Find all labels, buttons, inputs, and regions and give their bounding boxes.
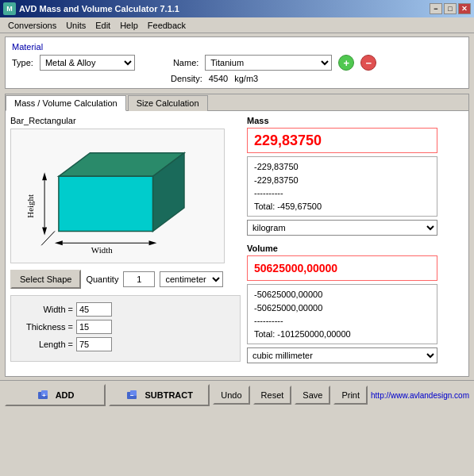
undo-button[interactable]: Undo — [213, 386, 249, 405]
shape-diagram: Width Height — [10, 129, 225, 263]
reset-button[interactable]: Reset — [253, 386, 292, 405]
subtract-button[interactable]: − SUBTRACT — [109, 384, 210, 406]
maximize-button[interactable]: □ — [444, 3, 457, 14]
quantity-label: Quantity — [86, 274, 118, 284]
title-bar: M AVD Mass and Volume Calculator 7.1.1 −… — [0, 0, 474, 17]
svg-marker-5 — [149, 240, 157, 245]
width-row: Width = — [17, 302, 233, 317]
mass-separator: ---------- — [254, 186, 430, 200]
add-button[interactable]: + ADD — [5, 384, 106, 406]
quantity-row: Select Shape Quantity centimeter millime… — [10, 270, 241, 289]
volume-section: Volume 50625000,00000 -50625000,00000 -5… — [247, 244, 464, 363]
window-title: AVD Mass and Volume Calculator 7.1.1 — [19, 4, 179, 13]
material-label: Material — [12, 42, 462, 52]
menu-help[interactable]: Help — [115, 20, 143, 31]
menu-conversions[interactable]: Conversions — [3, 20, 61, 31]
volume-details: -50625000,00000 -50625000,00000 --------… — [247, 284, 437, 344]
length-label: Length = — [17, 340, 73, 349]
title-bar-text: M AVD Mass and Volume Calculator 7.1.1 — [3, 2, 179, 15]
add-label: ADD — [56, 390, 75, 400]
mass-section: Mass 229,83750 -229,83750 -229,83750 ---… — [247, 116, 464, 236]
width-label: Width = — [17, 305, 73, 314]
volume-result2: -50625000,00000 — [254, 301, 430, 315]
type-label: Type: — [12, 58, 33, 67]
thickness-label: Thickness = — [17, 322, 73, 332]
add-material-button[interactable]: + — [338, 55, 354, 71]
density-unit: kg/m3 — [234, 74, 258, 83]
close-button[interactable]: ✕ — [458, 3, 471, 14]
material-section: Material Type: Metal & Alloy Plastic Woo… — [5, 36, 469, 89]
subtract-label: SUBTRACT — [145, 390, 193, 400]
length-row: Length = — [17, 337, 233, 351]
svg-marker-4 — [55, 240, 63, 245]
mass-total: Total: -459,67500 — [254, 200, 430, 213]
menubar: Conversions Units Edit Help Feedback — [0, 17, 474, 33]
density-label: Density: — [171, 74, 202, 83]
name-select[interactable]: Titanium Aluminum Steel Copper — [205, 55, 332, 71]
title-controls: − □ ✕ — [430, 3, 471, 14]
remove-material-button[interactable]: − — [360, 55, 376, 71]
app-icon: M — [3, 2, 16, 15]
svg-text:−: − — [130, 392, 134, 399]
dimensions-section: Width = Thickness = Length = — [10, 295, 241, 362]
mass-display: 229,83750 — [247, 128, 437, 153]
thickness-input[interactable] — [76, 320, 112, 334]
volume-title: Volume — [247, 244, 464, 253]
name-label: Name: — [173, 58, 198, 67]
add-icon: + — [37, 389, 52, 401]
menu-edit[interactable]: Edit — [91, 20, 115, 31]
minimize-button[interactable]: − — [430, 3, 442, 14]
save-button[interactable]: Save — [295, 386, 330, 405]
density-row: Density: 4540 kg/m3 — [12, 74, 462, 83]
svg-marker-8 — [42, 172, 47, 180]
volume-separator: ---------- — [254, 314, 430, 328]
mass-unit-select[interactable]: kilogram gram pound ounce — [247, 220, 437, 236]
shape-svg: Width Height — [11, 129, 224, 263]
menu-feedback[interactable]: Feedback — [143, 20, 191, 31]
length-input[interactable] — [76, 337, 112, 351]
print-button[interactable]: Print — [333, 386, 368, 405]
material-row: Type: Metal & Alloy Plastic Wood Liquid … — [12, 55, 462, 71]
tab-mass-volume[interactable]: Mass / Volume Calculation — [6, 95, 126, 111]
thickness-row: Thickness = — [17, 320, 233, 334]
subtract-icon: − — [125, 389, 141, 401]
tabs: Mass / Volume Calculation Size Calculati… — [6, 94, 468, 111]
select-shape-button[interactable]: Select Shape — [10, 270, 81, 289]
svg-text:Height: Height — [25, 194, 35, 218]
svg-text:+: + — [42, 392, 46, 399]
svg-marker-2 — [59, 176, 153, 231]
mass-result2: -229,83750 — [254, 174, 430, 187]
mass-title: Mass — [247, 116, 464, 125]
menu-units[interactable]: Units — [61, 20, 91, 31]
tab-container: Mass / Volume Calculation Size Calculati… — [5, 94, 469, 377]
quantity-input[interactable] — [123, 271, 155, 287]
footer-link[interactable]: http://www.avlandesign.com — [371, 391, 469, 400]
svg-marker-9 — [42, 228, 47, 236]
right-panel: Mass 229,83750 -229,83750 -229,83750 ---… — [247, 116, 464, 371]
density-value: 4540 — [209, 74, 228, 83]
svg-text:Width: Width — [91, 245, 113, 255]
main-container: Material Type: Metal & Alloy Plastic Woo… — [0, 33, 474, 380]
volume-unit-select[interactable]: cubic millimeter cubic centimeter cubic … — [247, 347, 437, 363]
shape-name-label: Bar_Rectangular — [10, 116, 241, 125]
volume-total: Total: -101250000,00000 — [254, 328, 430, 341]
type-select[interactable]: Metal & Alloy Plastic Wood Liquid — [40, 55, 135, 71]
mass-result1: -229,83750 — [254, 160, 430, 174]
volume-display: 50625000,00000 — [247, 255, 437, 281]
left-panel: Bar_Rectangular — [10, 116, 241, 371]
unit-select[interactable]: centimeter millimeter meter inch — [160, 271, 223, 287]
volume-result1: -50625000,00000 — [254, 288, 430, 301]
mass-details: -229,83750 -229,83750 ---------- Total: … — [247, 156, 437, 217]
tab-content: Bar_Rectangular — [6, 111, 468, 376]
bottom-bar: + ADD − SUBTRACT Undo Reset Save Print h… — [0, 380, 474, 409]
tab-size[interactable]: Size Calculation — [128, 95, 208, 111]
width-input[interactable] — [76, 302, 112, 317]
